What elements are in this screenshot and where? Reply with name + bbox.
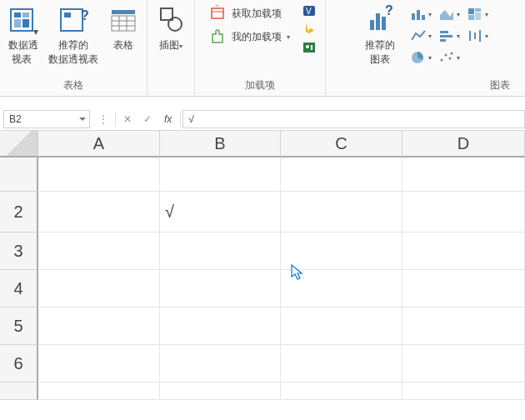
cell-B[interactable]	[160, 382, 281, 400]
svg-rect-39	[440, 39, 446, 42]
cell-A5[interactable]	[38, 308, 160, 345]
svg-rect-33	[468, 8, 474, 14]
dropdown-button[interactable]: ⋮	[93, 109, 113, 129]
column-chart-button[interactable]: ▾	[410, 7, 432, 22]
name-box[interactable]: B2	[3, 110, 90, 128]
cell-A[interactable]	[38, 158, 160, 192]
recommended-pivot-button[interactable]: ? 推荐的 数据透视表	[47, 3, 100, 67]
table-button[interactable]: 表格	[107, 3, 140, 67]
select-all-corner[interactable]	[0, 131, 38, 158]
svg-rect-34	[475, 8, 481, 12]
cell-C[interactable]	[281, 382, 402, 400]
illustrations-button[interactable]: 插图▾	[154, 3, 188, 52]
cell-B5[interactable]	[160, 308, 281, 345]
bing-icon	[302, 22, 318, 37]
column-header-A[interactable]: A	[38, 131, 160, 158]
cell-D3[interactable]	[402, 232, 525, 270]
column-header-B[interactable]: B	[160, 131, 281, 158]
column-header-C[interactable]: C	[281, 131, 402, 158]
bar-chart-button[interactable]: ▾	[438, 28, 460, 43]
row-header-6[interactable]	[0, 382, 38, 400]
scatter-chart-button[interactable]: ▾	[438, 50, 460, 65]
cell-B2[interactable]: √	[160, 192, 281, 232]
svg-rect-22	[303, 42, 315, 52]
cell-D5[interactable]	[402, 308, 525, 345]
people-addin-button[interactable]	[302, 40, 318, 55]
svg-rect-38	[440, 35, 452, 38]
my-addins-label: 我的加载项	[232, 30, 282, 44]
cell-D6[interactable]	[402, 345, 525, 382]
pie-chart-button[interactable]: ▾	[410, 50, 432, 65]
cell-B4[interactable]	[160, 270, 281, 308]
stock-chart-icon	[467, 28, 483, 43]
group-tables-label: 表格	[63, 78, 83, 96]
visio-icon: V	[302, 3, 318, 18]
svg-rect-30	[417, 10, 420, 20]
cell-C5[interactable]	[281, 308, 402, 345]
recommended-pivot-label: 推荐的 数据透视表	[48, 38, 98, 67]
cell-B[interactable]	[160, 158, 281, 192]
svg-rect-29	[412, 13, 415, 20]
cell-A4[interactable]	[38, 270, 160, 308]
svg-rect-31	[422, 15, 425, 20]
row-header-2[interactable]: 2	[0, 192, 38, 232]
cancel-button[interactable]: ✕	[118, 109, 138, 129]
svg-point-44	[440, 59, 442, 62]
hierarchy-chart-button[interactable]: ▾	[467, 7, 488, 22]
row-header-3[interactable]: 3	[0, 232, 38, 270]
cell-C[interactable]	[281, 158, 402, 192]
illustrations-icon	[156, 5, 186, 35]
spreadsheet-grid[interactable]: ABCD 2√3456	[0, 131, 525, 400]
cell-C3[interactable]	[281, 232, 402, 270]
formula-input[interactable]: √	[182, 110, 525, 128]
svg-text:?: ?	[81, 8, 88, 22]
my-addins-button[interactable]: 我的加载项 ▾	[207, 27, 293, 47]
cell-B6[interactable]	[160, 345, 281, 382]
enter-button[interactable]: ✓	[138, 109, 158, 129]
ribbon: 数据透 视表 ? 推荐的 数据透视表 表格 表格 插图▾	[0, 0, 525, 97]
cell-A2[interactable]	[38, 192, 160, 232]
fx-icon[interactable]: fx	[164, 113, 172, 125]
svg-text:V: V	[306, 7, 312, 16]
column-chart-icon	[410, 7, 427, 22]
svg-rect-17	[212, 8, 223, 18]
svg-point-16	[168, 18, 182, 31]
pivot-table-button[interactable]: 数据透 视表	[7, 3, 40, 67]
cell-D4[interactable]	[402, 270, 525, 308]
get-addins-button[interactable]: + 获取加载项	[207, 3, 293, 23]
line-chart-button[interactable]: ▾	[410, 28, 432, 43]
formula-bar: B2 ⋮ ✕ ✓ fx √	[0, 108, 525, 131]
cell-B3[interactable]	[160, 232, 281, 270]
bar-chart-icon	[438, 28, 455, 43]
column-header-D[interactable]: D	[402, 131, 525, 158]
visio-addin-button[interactable]: V	[302, 3, 318, 18]
cell-D2[interactable]	[402, 192, 525, 232]
cell-C2[interactable]	[281, 192, 402, 232]
row-header-4[interactable]: 4	[0, 270, 38, 308]
svg-text:+: +	[215, 5, 219, 9]
group-charts-label: 图表	[490, 78, 510, 96]
svg-rect-3	[14, 19, 21, 28]
cell-A6[interactable]	[38, 345, 160, 382]
hierarchy-chart-icon	[467, 7, 483, 22]
area-chart-button[interactable]: ▾	[438, 7, 460, 22]
recommended-pivot-icon: ?	[58, 5, 88, 35]
row-header-0[interactable]	[0, 158, 38, 192]
row-header-5[interactable]: 5	[0, 308, 38, 345]
bing-addin-button[interactable]	[302, 22, 318, 37]
group-charts: ? 推荐的 图表 ▾ ▾ ▾ ▾ ▾ ▾ ▾ ▾	[326, 0, 525, 96]
row-header-6[interactable]: 6	[0, 345, 38, 382]
cell-A3[interactable]	[38, 232, 160, 270]
cell-D[interactable]	[402, 158, 525, 192]
pivot-table-label: 数据透 视表	[8, 38, 38, 67]
group-addins: + 获取加载项 我的加载项 ▾ V	[195, 0, 326, 96]
cell-A[interactable]	[38, 382, 160, 400]
svg-rect-4	[22, 19, 29, 28]
svg-rect-24	[311, 45, 312, 50]
svg-marker-5	[33, 30, 38, 35]
cell-C4[interactable]	[281, 270, 402, 308]
recommended-charts-button[interactable]: ? 推荐的 图表	[363, 3, 397, 67]
stock-chart-button[interactable]: ▾	[467, 28, 488, 43]
cell-C6[interactable]	[281, 345, 402, 382]
cell-D[interactable]	[402, 382, 525, 400]
